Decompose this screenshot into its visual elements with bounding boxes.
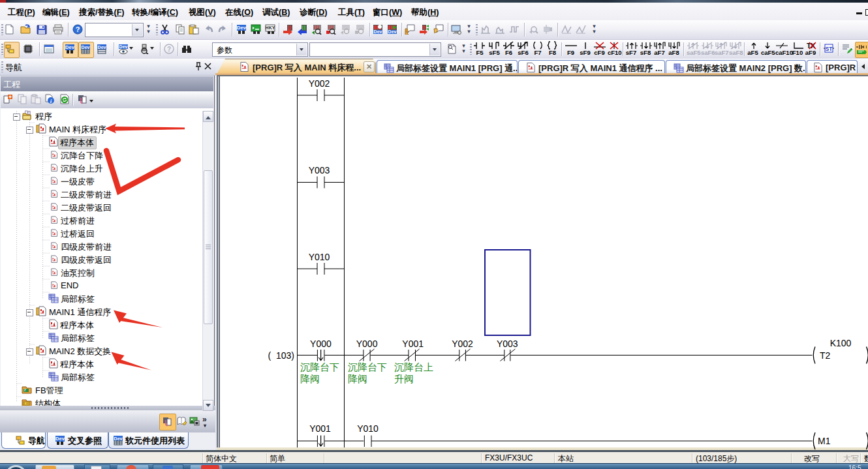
svg-text:沉降台下: 沉降台下	[300, 361, 339, 372]
svg-text:Y001: Y001	[402, 339, 424, 349]
svg-text:降阀: 降阀	[300, 373, 320, 384]
svg-text:Y010: Y010	[309, 252, 330, 262]
svg-text:Dev: Dev	[374, 29, 382, 34]
svg-text:Dev: Dev	[82, 45, 90, 50]
svg-text:Dev: Dev	[55, 436, 65, 442]
svg-text:Y003: Y003	[309, 165, 330, 175]
svg-text:M1: M1	[818, 436, 831, 446]
svg-text:沉降台上: 沉降台上	[394, 361, 433, 372]
svg-text:Dev: Dev	[65, 44, 75, 50]
svg-text:沉降台下: 沉降台下	[348, 361, 387, 372]
svg-text:?: ?	[76, 25, 80, 33]
svg-text:ST: ST	[826, 46, 833, 52]
svg-text:Dev: Dev	[114, 436, 123, 441]
svg-text:T2: T2	[820, 350, 831, 361]
svg-text:Dev: Dev	[388, 29, 397, 34]
svg-text:Dev: Dev	[237, 25, 247, 31]
svg-text:Y003: Y003	[497, 339, 518, 349]
svg-text:( 103): ( 103)	[268, 350, 294, 361]
svg-text:升阀: 升阀	[394, 373, 414, 384]
svg-text:HKY: HKY	[266, 25, 275, 30]
svg-text:降阀: 降阀	[348, 373, 367, 384]
svg-text:Y000: Y000	[310, 339, 332, 349]
svg-text:Dev: Dev	[98, 45, 106, 50]
svg-text:Y010: Y010	[357, 423, 379, 434]
svg-text:Y001: Y001	[309, 423, 331, 434]
svg-text:K100: K100	[830, 338, 852, 348]
svg-text:Y000: Y000	[356, 339, 378, 349]
svg-text:?: ?	[167, 46, 171, 53]
svg-text:Y002: Y002	[309, 78, 330, 89]
svg-text:Y002: Y002	[452, 339, 473, 349]
svg-text:Dev: Dev	[119, 44, 128, 49]
